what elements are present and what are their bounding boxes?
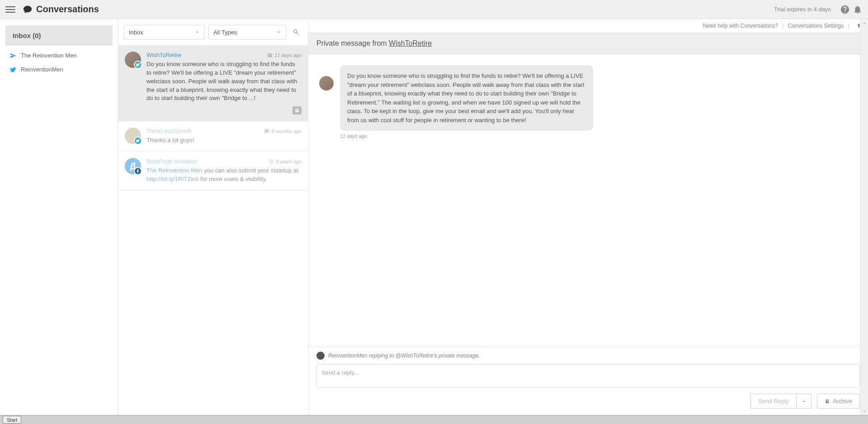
mention-icon [269, 159, 274, 164]
reply-target: @WishToRetire's private message. [396, 353, 480, 359]
comment-icon [264, 129, 269, 134]
type-select-value: All Types [213, 29, 237, 36]
filter-bar: Inbox All Types [118, 19, 308, 45]
send-reply-button[interactable]: Send Reply [750, 394, 796, 409]
settings-link[interactable]: Conversations Settings [788, 23, 844, 29]
sidebar-item-label: The Reinvention Men [21, 52, 77, 59]
chevron-down-icon [276, 30, 281, 35]
reply-account-avatar [316, 352, 325, 360]
send-reply-dropdown-button[interactable] [796, 394, 811, 409]
avatar: β [125, 158, 141, 174]
reply-account-name: ReinventionMen [328, 353, 368, 359]
archive-mini-button[interactable] [292, 106, 302, 114]
help-icon[interactable] [840, 5, 850, 14]
avatar [125, 128, 141, 144]
conversation-list-column: Inbox All Types [118, 19, 308, 415]
trial-expiry-text: Trial expires in 4 days [774, 6, 831, 13]
conversation-sender[interactable]: WishToRetire [146, 52, 181, 58]
page-title-text: Conversations [36, 4, 99, 14]
type-select[interactable]: All Types [208, 25, 286, 40]
archive-button-label: Archive [833, 398, 852, 405]
avatar [125, 52, 141, 68]
conversation-preview: Thanks a lot guys! [146, 136, 302, 145]
archive-icon [294, 108, 300, 113]
conversation-time: 11 days ago [267, 52, 302, 58]
left-sidebar: Inbox (0) The Reinvention Men Reinventio… [0, 19, 118, 415]
detail-body: Do you know someone who is struggling to… [308, 54, 868, 347]
conversation-time: 3 years ago [269, 159, 302, 164]
search-button[interactable] [290, 24, 302, 40]
inbox-header[interactable]: Inbox (0) [5, 25, 113, 46]
search-icon [292, 29, 300, 36]
conversation-detail-column: Need help with Conversations? | Conversa… [308, 19, 868, 415]
sidebar-item-label: ReinventionMen [21, 66, 63, 73]
twitter-badge-icon [134, 137, 142, 145]
top-header: Conversations Trial expires in 4 days [0, 0, 868, 19]
message-time: 11 days ago [340, 133, 593, 139]
message-avatar [319, 76, 334, 91]
twitter-icon [10, 67, 16, 73]
page-title: Conversations [23, 4, 99, 14]
mention-link[interactable]: The Reinvention Men [146, 167, 203, 174]
conversation-sender[interactable]: BetaPage Invitation [146, 158, 198, 165]
envelope-icon [267, 52, 273, 58]
conversation-item[interactable]: WishToRetire 11 days ago Do you know som… [118, 45, 308, 121]
bell-icon[interactable] [853, 5, 863, 14]
help-link[interactable]: Need help with Conversations? [703, 23, 778, 29]
sidebar-item-reinvention-men[interactable]: The Reinvention Men [0, 48, 118, 62]
url-link[interactable]: http://bit.ly/1RlT2wS [146, 176, 199, 182]
start-button[interactable]: Start [3, 416, 21, 424]
conversation-sender[interactable]: ThinkLessGrowR [146, 128, 192, 134]
folder-select[interactable]: Inbox [124, 25, 205, 40]
message-row: Do you know someone who is struggling to… [319, 65, 857, 139]
conversation-preview: Do you know someone who is struggling to… [146, 60, 302, 103]
archive-button[interactable]: Archive [817, 394, 860, 409]
menu-toggle-button[interactable] [5, 5, 15, 14]
detail-header: Private message from WishToRetire [308, 33, 868, 54]
conversation-time: 6 months ago [264, 129, 302, 134]
conversation-item[interactable]: ThinkLessGrowR 6 months ago Thanks a lot… [118, 121, 308, 152]
reply-meta: ReinventionMen replying to @WishToRetire… [316, 352, 860, 360]
reply-input[interactable] [316, 364, 860, 388]
speech-bubble-icon [23, 5, 33, 14]
twitter-badge-icon [134, 61, 142, 69]
detail-sender-link[interactable]: WishToRetire [389, 39, 432, 47]
message-bubble: Do you know someone who is struggling to… [340, 65, 593, 131]
facebook-badge-icon [134, 167, 142, 175]
reply-zone: ReinventionMen replying to @WishToRetire… [308, 347, 868, 415]
links-bar: Need help with Conversations? | Conversa… [308, 19, 868, 33]
chevron-down-icon [195, 30, 200, 35]
detail-header-prefix: Private message from [316, 39, 389, 47]
folder-select-value: Inbox [129, 29, 143, 36]
task-bar: Start [0, 415, 868, 424]
paperplane-icon [10, 52, 16, 59]
caret-down-icon [862, 409, 867, 414]
conversation-list: WishToRetire 11 days ago Do you know som… [118, 45, 308, 415]
chevron-down-icon [801, 399, 807, 404]
conversation-item[interactable]: β BetaPage Invitation 3 years ago [118, 152, 308, 191]
window-scrollbar[interactable] [860, 19, 868, 415]
archive-icon [825, 399, 830, 404]
sidebar-item-reinventionmen-twitter[interactable]: ReinventionMen [0, 62, 118, 76]
conversation-preview: The Reinvention Men you can also submit … [146, 167, 302, 184]
caret-up-icon [862, 21, 867, 25]
